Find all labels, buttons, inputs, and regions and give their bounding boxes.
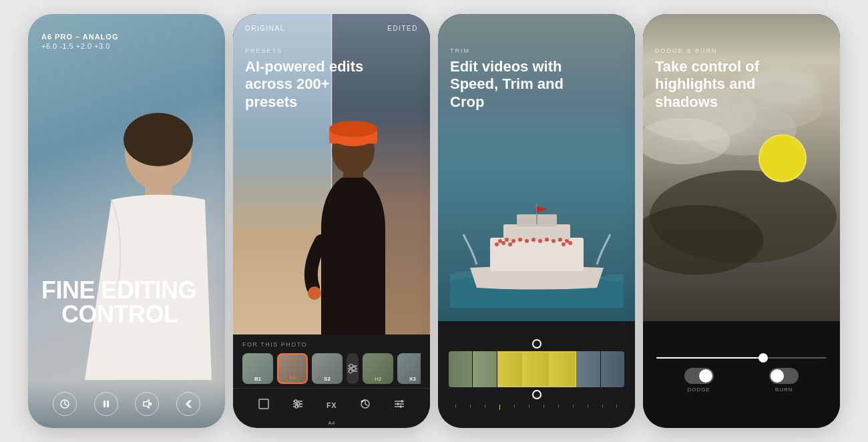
presets-bar: FOR THIS PHOTO B1 A6 S2 A4 (233, 335, 430, 388)
dodge-label: DODGE (688, 387, 710, 393)
svg-point-17 (308, 286, 321, 300)
trim-tick (470, 405, 471, 408)
reset-icon (59, 399, 70, 409)
trim-handles-bottom (449, 387, 624, 399)
card1-values: +6.0 -1.5 +2.0 +3.0 (41, 42, 212, 50)
svg-point-51 (552, 239, 556, 243)
frame-button[interactable] (258, 398, 270, 413)
pause-button[interactable] (94, 392, 118, 416)
trim-tick (544, 405, 544, 408)
svg-marker-6 (144, 400, 149, 408)
dodge-section-tag: DODGE & BURN (655, 47, 802, 54)
svg-point-55 (501, 241, 505, 245)
back-button[interactable] (176, 392, 200, 416)
preset-b1[interactable]: B1 (242, 353, 273, 384)
card4-image-area: DODGE & BURN Take control of highlights … (643, 14, 840, 321)
toggle-row: DODGE BURN (656, 368, 827, 393)
svg-point-29 (297, 403, 300, 405)
trim-main-text: Edit videos with Speed, Trim and Crop (450, 58, 597, 111)
ship-icon (450, 201, 624, 308)
card-presets: ORIGINAL EDITED PRESETS AI-powered edits… (233, 14, 430, 428)
card3-text: TRIM Edit videos with Speed, Trim and Cr… (450, 47, 597, 111)
svg-point-50 (545, 238, 549, 242)
svg-point-44 (505, 238, 509, 242)
dodge-main-text: Take control of highlights and shadows (655, 58, 802, 111)
trim-markers (449, 405, 624, 410)
pause-icon (101, 399, 111, 409)
svg-point-53 (565, 239, 569, 243)
svg-point-54 (495, 242, 499, 246)
svg-point-22 (353, 367, 356, 371)
fx-label: FX (327, 401, 337, 409)
trim-handle-bottom[interactable] (532, 390, 541, 399)
dodge-switch[interactable] (684, 368, 714, 384)
preset-b1-label: B1 (242, 376, 273, 382)
svg-point-43 (498, 239, 502, 243)
trim-section-tag: TRIM (450, 47, 597, 54)
dodge-toggle: DODGE (684, 368, 714, 393)
presets-main-text: AI-powered edits across 200+ presets (245, 58, 379, 111)
card1-toolbar (28, 380, 225, 428)
svg-point-28 (294, 400, 297, 403)
original-label: ORIGINAL (245, 25, 285, 32)
svg-point-49 (538, 239, 542, 243)
trim-handle-top[interactable] (532, 339, 541, 349)
slider-thumb[interactable] (758, 353, 768, 363)
card2-text: PRESETS AI-powered edits across 200+ pre… (245, 47, 379, 111)
dodge-knob (699, 369, 712, 383)
svg-point-48 (531, 238, 535, 242)
fx-button[interactable]: FX (327, 401, 337, 409)
svg-marker-42 (537, 206, 547, 213)
svg-point-56 (508, 242, 512, 246)
card-fine-editing: A6 PRO – ANALOG +6.0 -1.5 +2.0 +3.0 FINE… (28, 14, 225, 428)
trim-tick (455, 405, 456, 408)
intensity-slider (656, 357, 827, 359)
preset-s2-label: S2 (312, 376, 343, 382)
trim-tick (558, 405, 559, 408)
burn-label: BURN (775, 387, 793, 393)
preset-a4[interactable]: A4 (347, 353, 359, 384)
card2-toolbar: FX (233, 388, 430, 421)
slider-track[interactable] (656, 357, 827, 359)
svg-point-30 (295, 405, 298, 408)
svg-rect-11 (321, 228, 385, 335)
card1-body: FINE EDITING CONTROL (28, 50, 225, 380)
card-dodge-burn: DODGE & BURN Take control of highlights … (643, 14, 840, 428)
person-orange-hat-icon (300, 94, 407, 335)
burn-switch[interactable] (769, 368, 799, 384)
trim-tick (588, 405, 588, 408)
person-silhouette-icon (71, 99, 218, 380)
preset-x3[interactable]: X3 (397, 353, 421, 384)
sliders-button[interactable] (292, 398, 304, 413)
burn-toggle: BURN (769, 368, 799, 393)
split-labels: ORIGINAL EDITED (233, 25, 430, 32)
card1-title: FINE EDITING CONTROL (41, 278, 196, 326)
preset-a6[interactable]: A6 (277, 353, 308, 384)
svg-point-47 (525, 239, 529, 243)
svg-point-16 (329, 121, 377, 137)
back-icon (183, 399, 194, 409)
edited-label: EDITED (387, 25, 418, 32)
card1-header: A6 PRO – ANALOG +6.0 -1.5 +2.0 +3.0 (28, 14, 225, 50)
trim-tick (485, 405, 485, 408)
trim-tick (616, 405, 617, 408)
dodge-burn-controls: DODGE BURN (643, 321, 840, 428)
svg-rect-24 (259, 399, 268, 409)
card4-text: DODGE & BURN Take control of highlights … (655, 47, 802, 111)
trim-timeline (449, 351, 624, 387)
preset-a6-label: A6 (278, 375, 306, 381)
card1-preset-info: A6 PRO – ANALOG (41, 33, 212, 41)
mute-button[interactable] (135, 392, 159, 416)
presets-thumbnails: B1 A6 S2 A4 H2 (242, 353, 421, 384)
trim-tick (602, 405, 603, 408)
preset-h2[interactable]: H2 (363, 353, 393, 384)
svg-rect-4 (103, 401, 105, 407)
preset-s2[interactable]: S2 (312, 353, 343, 384)
trim-tick (529, 405, 529, 408)
reset-button[interactable] (53, 392, 77, 416)
adjustments-button[interactable] (393, 398, 405, 413)
dodge-circle[interactable] (758, 134, 807, 182)
svg-rect-5 (107, 401, 109, 407)
history-button[interactable] (359, 398, 371, 413)
svg-point-52 (558, 238, 562, 242)
